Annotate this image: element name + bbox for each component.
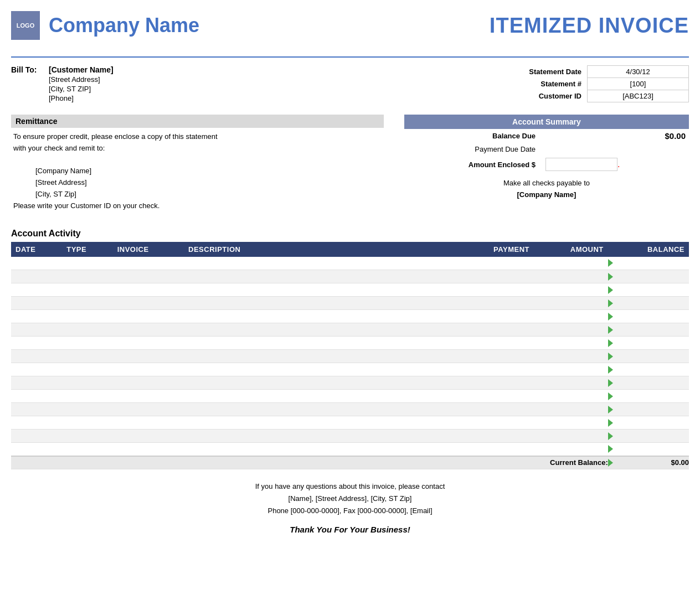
data-cell: [62, 257, 112, 270]
data-cell: [534, 323, 608, 337]
data-cell: [455, 257, 534, 270]
activity-body: Current Balance:$0.00: [11, 257, 689, 469]
balance-cell: [608, 283, 689, 297]
data-cell: [62, 443, 112, 456]
balance-cell: [608, 416, 689, 430]
remittance-body: To ensure proper credit, please enclose …: [11, 131, 384, 212]
data-cell: [62, 403, 112, 416]
data-cell: [455, 283, 534, 297]
data-cell: [184, 376, 455, 390]
data-cell: [62, 363, 112, 376]
table-row: [11, 337, 689, 350]
table-row: [11, 416, 689, 430]
data-cell: [11, 416, 62, 430]
data-cell: [184, 350, 455, 363]
balance-cell: [608, 323, 689, 337]
data-cell: [184, 270, 455, 283]
data-cell: [62, 297, 112, 310]
balance-indicator-icon: [608, 392, 613, 400]
data-cell: [11, 390, 62, 403]
table-row: [11, 363, 689, 376]
invoice-title: ITEMIZED INVOICE: [490, 14, 689, 38]
data-cell: [534, 443, 608, 456]
data-cell: [184, 403, 455, 416]
data-cell: [534, 376, 608, 390]
activity-title: Account Activity: [11, 229, 689, 239]
balance-cell: [608, 430, 689, 443]
data-cell: [184, 363, 455, 376]
statement-table: Statement Date 4/30/12 Statement # [100]…: [501, 65, 689, 102]
data-cell: [11, 257, 62, 270]
balance-cell: [608, 376, 689, 390]
balance-cell: [608, 390, 689, 403]
current-balance-label: Current Balance:: [11, 456, 608, 469]
data-cell: [113, 363, 184, 376]
data-cell: [184, 283, 455, 297]
col-type: TYPE: [62, 242, 112, 257]
col-amount: AMOUNT: [534, 242, 608, 257]
balance-indicator-icon: [608, 353, 613, 360]
data-cell: [184, 257, 455, 270]
footer-contact-line3: Phone [000-000-0000], Fax [000-000-0000]…: [11, 505, 689, 517]
statement-date-label: Statement Date: [501, 66, 587, 78]
activity-table-header: DATE TYPE INVOICE DESCRIPTION PAYMENT AM…: [11, 242, 689, 257]
data-cell: [11, 337, 62, 350]
statement-number-row: Statement # [100]: [501, 78, 689, 90]
col-invoice: INVOICE: [113, 242, 184, 257]
balance-indicator-icon: [608, 419, 613, 427]
table-row: [11, 403, 689, 416]
remittance-header: Remittance: [11, 115, 384, 128]
table-row: [11, 283, 689, 297]
statement-date-row: Statement Date 4/30/12: [501, 66, 689, 78]
footer-contact-line2: [Name], [Street Address], [City, ST Zip]: [11, 493, 689, 505]
data-cell: [455, 297, 534, 310]
table-row: [11, 323, 689, 337]
activity-header-row: DATE TYPE INVOICE DESCRIPTION PAYMENT AM…: [11, 242, 689, 257]
balance-indicator-icon: [608, 313, 613, 320]
data-cell: [455, 403, 534, 416]
balance-cell: [608, 443, 689, 456]
data-cell: [11, 270, 62, 283]
balance-cell: [608, 337, 689, 350]
balance-cell: [608, 297, 689, 310]
table-row: [11, 430, 689, 443]
balance-indicator-icon: [608, 406, 613, 413]
current-balance-row: Current Balance:$0.00: [11, 456, 689, 469]
data-cell: [113, 350, 184, 363]
data-cell: [455, 390, 534, 403]
table-row: [11, 257, 689, 270]
balance-indicator-icon: [608, 273, 613, 281]
header-left: LOGO Company Name: [11, 11, 199, 40]
balance-indicator-icon: [608, 379, 613, 387]
amount-enclosed-input[interactable]: [545, 158, 617, 171]
statement-number-label: Statement #: [501, 78, 587, 90]
data-cell: [113, 297, 184, 310]
data-cell: [62, 337, 112, 350]
statement-info: Statement Date 4/30/12 Statement # [100]…: [404, 65, 689, 104]
data-cell: [534, 430, 608, 443]
header-divider: [11, 56, 689, 58]
table-row: [11, 443, 689, 456]
table-row: [11, 350, 689, 363]
col-date: DATE: [11, 242, 62, 257]
data-cell: [184, 297, 455, 310]
balance-indicator-icon: [608, 299, 613, 307]
data-cell: [113, 283, 184, 297]
amount-enclosed-label: Amount Enclosed $: [404, 156, 541, 173]
activity-section: Account Activity DATE TYPE INVOICE DESCR…: [11, 229, 689, 470]
logo: LOGO: [11, 11, 40, 40]
data-cell: [534, 257, 608, 270]
col-balance: BALANCE: [608, 242, 689, 257]
balance-indicator-icon: [608, 259, 613, 267]
info-section: Bill To: [Customer Name] [Street Address…: [11, 65, 689, 104]
remittance-city: [City, ST Zip]: [35, 189, 382, 200]
data-cell: [455, 430, 534, 443]
header: LOGO Company Name ITEMIZED INVOICE: [11, 11, 689, 45]
customer-name: [Customer Name]: [49, 65, 114, 74]
data-cell: [62, 390, 112, 403]
data-cell: [11, 443, 62, 456]
data-cell: [534, 350, 608, 363]
data-cell: [113, 323, 184, 337]
activity-table: DATE TYPE INVOICE DESCRIPTION PAYMENT AM…: [11, 242, 689, 470]
data-cell: [534, 390, 608, 403]
